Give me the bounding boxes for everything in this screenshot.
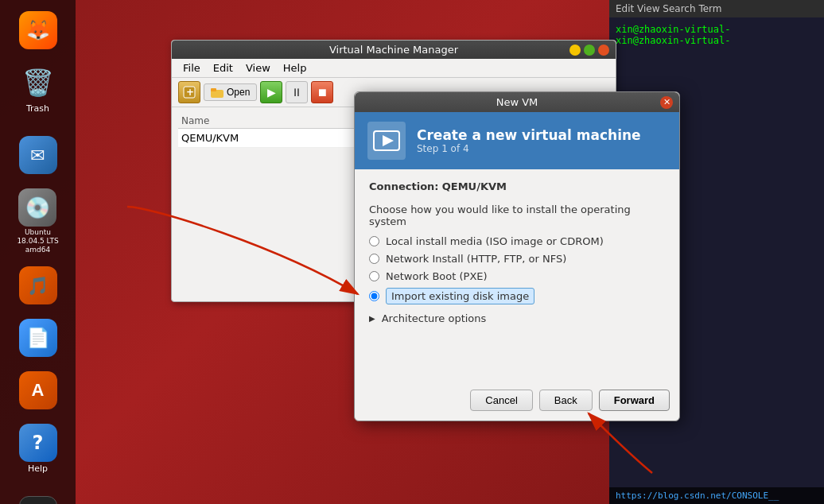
terminal-line-2: xin@zhaoxin-virtual- [616, 35, 818, 46]
choose-install-label: Choose how you would like to install the… [369, 204, 665, 227]
arch-options-label: Architecture options [382, 312, 487, 324]
radio-network-install[interactable]: Network Install (HTTP, FTP, or NFS) [369, 253, 665, 265]
radio-import-input[interactable] [369, 291, 379, 301]
taskbar-icon-store[interactable]: A [16, 368, 60, 414]
taskbar-icon-trash[interactable]: 🗑️ Trash [16, 60, 60, 117]
taskbar-icon-firefox[interactable]: 🦊 [16, 8, 60, 54]
terminal-menu: Edit View Search Term [616, 3, 721, 14]
vmm-menu-file[interactable]: File [178, 60, 205, 76]
dialog-title: New VM [496, 96, 538, 108]
vmm-maximize-btn[interactable] [584, 45, 595, 56]
svg-rect-3 [211, 88, 216, 91]
vmm-menu-help[interactable]: Help [278, 60, 312, 76]
vmm-title: Virtual Machine Manager [329, 44, 458, 56]
email-icon: ✉ [19, 136, 57, 174]
terminal-content: xin@zhaoxin-virtual- xin@zhaoxin-virtual… [609, 17, 824, 52]
vmm-play-btn[interactable]: ▶ [260, 81, 282, 103]
terminal-url: https://blog.csdn.net/CONSOLE__ [616, 490, 779, 501]
connection-line: Connection: QEMU/KVM [369, 180, 665, 192]
arch-options-row[interactable]: ▶ Architecture options [369, 312, 665, 324]
taskbar-icon-dvd[interactable]: 💿 Ubuntu18.04.5 LTSamd64 [14, 185, 61, 257]
dialog-subtitle: Step 1 of 4 [417, 143, 641, 154]
document-icon: 📄 [19, 319, 57, 357]
dialog-main-title: Create a new virtual machine [417, 127, 641, 143]
music-icon: 🎵 [19, 266, 57, 304]
terminal-line-1: xin@zhaoxin-virtual- [616, 24, 818, 35]
firefox-icon: 🦊 [19, 11, 57, 49]
svg-marker-5 [383, 135, 394, 146]
vmm-close-btn[interactable] [598, 45, 609, 56]
radio-network-boot-label: Network Boot (PXE) [386, 270, 488, 282]
dialog-close-btn[interactable]: ✕ [660, 96, 673, 109]
vm-row-name: QEMU/KVM [181, 132, 239, 144]
radio-local-label: Local install media (ISO image or CDROM) [386, 235, 604, 247]
radio-network-install-input[interactable] [369, 254, 379, 264]
back-button[interactable]: Back [539, 390, 593, 411]
connection-label: Connection: [369, 180, 439, 192]
trash-label: Trash [26, 103, 49, 114]
radio-network-boot[interactable]: Network Boot (PXE) [369, 270, 665, 282]
dialog-body: Connection: QEMU/KVM Choose how you woul… [355, 169, 679, 335]
taskbar: 🦊 🗑️ Trash ✉ 💿 Ubuntu18.04.5 LTSamd64 🎵 … [0, 0, 76, 504]
vmm-menu-edit[interactable]: Edit [208, 60, 238, 76]
terminal-bottom-bar: https://blog.csdn.net/CONSOLE__ [609, 487, 824, 504]
taskbar-icon-music[interactable]: 🎵 [16, 263, 60, 309]
radio-local-input[interactable] [369, 236, 379, 246]
dialog-header: Create a new virtual machine Step 1 of 4 [355, 112, 679, 169]
terminal-icon: $_ [19, 496, 57, 504]
dvd-label: Ubuntu18.04.5 LTSamd64 [17, 228, 58, 254]
new-vm-dialog: New VM ✕ Create a new virtual machine St… [354, 91, 680, 421]
taskbar-icon-email[interactable]: ✉ [16, 133, 60, 179]
vmm-window-controls [569, 45, 609, 56]
forward-button[interactable]: Forward [599, 390, 670, 411]
vmm-menubar: File Edit View Help [172, 59, 616, 78]
taskbar-icon-document[interactable]: 📄 [16, 316, 60, 362]
dialog-footer: Cancel Back Forward [470, 390, 670, 411]
terminal-titlebar: Edit View Search Term [609, 0, 824, 17]
taskbar-icon-help[interactable]: ? Help [16, 421, 60, 477]
cancel-button[interactable]: Cancel [470, 390, 532, 411]
help-icon: ? [19, 424, 57, 462]
radio-import-label: Import existing disk image [386, 288, 534, 304]
connection-value: QEMU/KVM [442, 180, 507, 192]
radio-local-install[interactable]: Local install media (ISO image or CDROM) [369, 235, 665, 247]
radio-network-boot-input[interactable] [369, 271, 379, 281]
taskbar-icon-terminal[interactable]: $_ [16, 493, 60, 504]
vmm-menu-view[interactable]: View [241, 60, 275, 76]
store-icon: A [19, 371, 57, 409]
radio-import-disk[interactable]: Import existing disk image [369, 288, 665, 304]
trash-icon: 🗑️ [19, 64, 57, 102]
dialog-header-text: Create a new virtual machine Step 1 of 4 [417, 127, 641, 154]
help-label: Help [28, 463, 48, 474]
vmm-minimize-btn[interactable] [569, 45, 581, 56]
vmm-new-btn[interactable]: + [178, 81, 200, 103]
radio-network-install-label: Network Install (HTTP, FTP, or NFS) [386, 253, 566, 265]
dialog-titlebar: New VM ✕ [355, 92, 679, 112]
dvd-icon: 💿 [18, 188, 56, 227]
desktop: 🦊 🗑️ Trash ✉ 💿 Ubuntu18.04.5 LTSamd64 🎵 … [0, 0, 824, 504]
vmm-open-btn[interactable]: Open [204, 83, 257, 101]
arch-triangle-icon: ▶ [369, 314, 375, 323]
svg-text:+: + [186, 87, 194, 98]
dialog-header-icon [367, 122, 406, 160]
vmm-open-label: Open [227, 87, 250, 98]
vmm-pause-btn[interactable]: ⏸ [286, 81, 308, 103]
vmm-stop-btn[interactable]: ⏹ [311, 81, 333, 103]
vmm-titlebar: Virtual Machine Manager [172, 41, 616, 59]
